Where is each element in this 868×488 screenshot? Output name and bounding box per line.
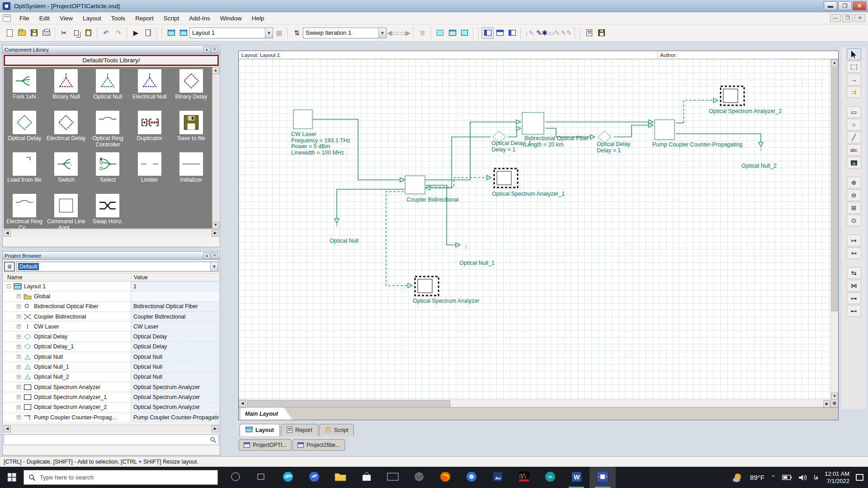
taskbar-app-wolf[interactable] (406, 467, 432, 488)
component-optical-spectrum-analyzer-1[interactable] (493, 168, 519, 188)
taskbar-app-mail[interactable] (380, 467, 406, 488)
tool-port-out-button[interactable]: ↤ (847, 247, 861, 259)
scroll-up-icon[interactable]: ▲ (212, 67, 219, 74)
split-horizontal-button[interactable] (506, 27, 518, 39)
taskbar-app-optisystem[interactable] (590, 467, 616, 488)
expander-plus-icon[interactable]: + (17, 345, 21, 349)
menu-item-tools[interactable]: Tools (106, 13, 131, 23)
tab-script[interactable]: Script (319, 424, 354, 436)
menu-item-help[interactable]: Help (247, 13, 269, 23)
copy-button[interactable] (70, 27, 82, 39)
new-layout-button[interactable] (165, 27, 177, 39)
tool-wire-button[interactable]: → (847, 74, 861, 85)
tool-image-button[interactable] (847, 157, 861, 169)
temperature-label[interactable]: 89°F (750, 474, 764, 481)
library-item-optical-null[interactable]: Optical Null (87, 69, 128, 111)
tree-row-global[interactable]: + Global (4, 291, 219, 301)
tree-row-bidirectional-optical-fiber[interactable]: + Bidirectional Optical Fiber Bidirectio… (4, 302, 219, 312)
menu-item-add-ins[interactable]: Add-Ins (184, 13, 215, 23)
stop-button[interactable] (142, 27, 154, 39)
calculate-button[interactable]: ▦ (273, 27, 285, 39)
layout-combobox-arrow[interactable]: ▼ (265, 28, 273, 38)
panel-collapse-icon[interactable]: ▲ (203, 47, 210, 52)
volume-icon[interactable] (798, 474, 807, 481)
start-button[interactable] (0, 467, 24, 488)
scroll-up-icon[interactable]: ▲ (831, 59, 838, 66)
new-button[interactable] (4, 27, 16, 39)
tree-row-optical-spectrum-analyzer-2[interactable]: + Optical Spectrum Analyzer_2 Optical Sp… (4, 403, 219, 413)
tree-row-optical-null[interactable]: + Optical Null Optical Null (4, 352, 219, 362)
tool-zoom-in-button[interactable]: ⊕ (847, 177, 861, 188)
library-item-electrical-null[interactable]: Electrical Null (129, 69, 170, 111)
taskbar-app-optigraph[interactable] (511, 467, 537, 488)
vertical-scroll-thumb[interactable] (831, 67, 838, 311)
library-path-header[interactable]: Default/Tools Library/ (4, 55, 219, 66)
tool-select-button[interactable] (847, 48, 861, 60)
expander-plus-icon[interactable]: + (17, 305, 21, 309)
horizontal-scroll-thumb[interactable] (247, 400, 450, 407)
library-item-select[interactable]: Select (87, 152, 128, 194)
component-coupler-bidirectional[interactable] (405, 175, 425, 194)
tree-row-cw-laser[interactable]: + CW Laser CW Laser (4, 322, 219, 332)
iterations-list-button[interactable]: ≣ (416, 27, 429, 39)
tool-marquee-button[interactable] (847, 61, 861, 73)
component-pump-coupler-counter-propagating[interactable] (654, 119, 675, 140)
scroll-right-icon[interactable]: ▶ (212, 425, 219, 432)
sweep-combobox-arrow[interactable]: ▼ (378, 28, 386, 38)
window-tab-2[interactable]: Project2fibe... (292, 439, 344, 450)
expander-plus-icon[interactable]: + (17, 385, 21, 389)
tree-row-pump-coupler-counter-propag[interactable]: + Pump Coupler Counter-Propag... Pump Co… (4, 413, 219, 422)
scroll-left-icon[interactable]: ◀ (4, 230, 11, 237)
library-item-initializer[interactable]: Initializer (170, 152, 212, 194)
menu-item-layout[interactable]: Layout (78, 13, 106, 23)
mdi-restore-button[interactable]: ❐ (842, 14, 853, 22)
weather-icon[interactable] (732, 473, 744, 483)
library-item-duplicator[interactable]: Duplicator (129, 111, 170, 152)
tool-line-button[interactable]: ╱ (847, 131, 861, 143)
component-optical-null-1[interactable] (461, 245, 471, 257)
library-item-optical-ring-controller[interactable]: Optical Ring Controller (87, 111, 128, 152)
expander-plus-icon[interactable]: + (17, 405, 21, 409)
menu-item-window[interactable]: Window (215, 13, 247, 23)
tree-row-layout-1[interactable]: - Layout 1 1 (4, 282, 219, 291)
canvas-horizontal-scrollbar[interactable]: ◀ ▶ (239, 399, 830, 407)
tree-row-optical-delay-1[interactable]: + Optical Delay_1 Optical Delay (4, 342, 219, 352)
tree-row-optical-null-2[interactable]: + Optical Null_2 Optical Null (4, 372, 219, 382)
menu-item-edit[interactable]: Edit (34, 13, 55, 23)
tree-view-icon[interactable]: ≣ (4, 262, 15, 272)
main-layout-tab[interactable]: Main Layout (241, 408, 294, 420)
library-item-electrical-delay[interactable]: Electrical Delay (45, 111, 87, 152)
menu-item-view[interactable]: View (55, 13, 78, 23)
taskbar-app-media[interactable] (485, 467, 511, 488)
taskbar-app-browser[interactable] (458, 467, 485, 488)
save-button[interactable] (28, 27, 40, 39)
scroll-right-icon[interactable]: ▶ (823, 400, 830, 408)
scroll-left-icon[interactable]: ◀ (4, 425, 11, 432)
component-optical-spectrum-analyzer-2[interactable] (720, 85, 745, 106)
tool-connect-d-button[interactable]: ⊷ (847, 305, 861, 317)
cut-button[interactable]: ✂ (58, 27, 70, 39)
tab-report[interactable]: Report (281, 424, 318, 436)
report-wizard-button[interactable] (583, 27, 595, 39)
expander-plus-icon[interactable]: + (17, 395, 21, 399)
expander-plus-icon[interactable]: + (17, 355, 21, 359)
tree-row-coupler-bidirectional[interactable]: + Coupler Bidirectional Coupler Bidirect… (4, 312, 219, 322)
mdi-minimize-button[interactable]: — (830, 14, 841, 22)
print-button[interactable] (40, 27, 52, 39)
scroll-down-icon[interactable]: ▼ (831, 393, 838, 400)
scroll-down-icon[interactable]: ▼ (212, 221, 219, 229)
taskbar-app-edge[interactable] (275, 467, 301, 488)
save-report-button[interactable] (595, 27, 608, 39)
taskbar-app-teams[interactable] (301, 467, 327, 488)
tab-layout[interactable]: Layout (240, 424, 280, 436)
undo-button[interactable]: ↶ (100, 27, 112, 39)
layout-combobox[interactable]: Layout 1 ▼ (189, 28, 273, 38)
open-button[interactable] (16, 27, 28, 39)
duplicate-layout-button[interactable] (177, 27, 189, 39)
next-sweep-button[interactable]: ▭▶ (399, 27, 411, 39)
script-edit-button[interactable]: ↓✎ (524, 27, 536, 39)
tool-ellipse-button[interactable]: ○ (847, 119, 861, 131)
library-item-binary-delay[interactable]: Binary Delay (170, 69, 212, 111)
view-project-button[interactable] (481, 27, 494, 39)
library-item-switch[interactable]: Switch (45, 152, 87, 194)
